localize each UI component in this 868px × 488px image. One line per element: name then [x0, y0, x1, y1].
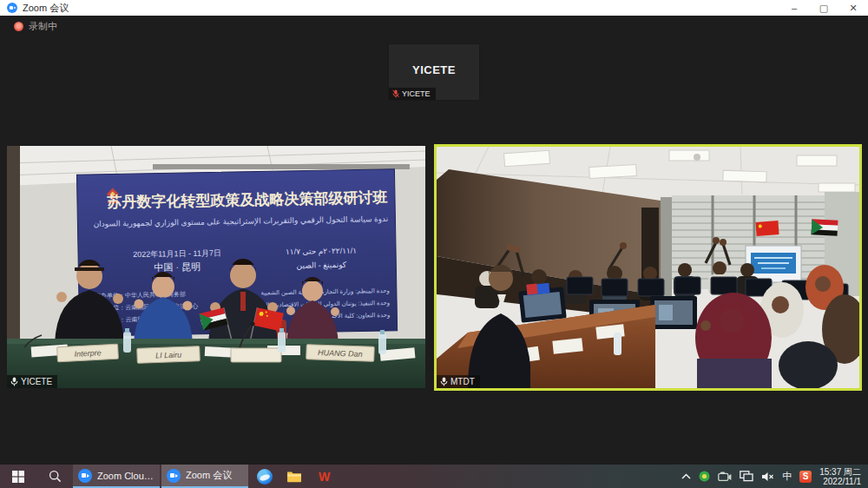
video-tile-yicete[interactable]: 苏丹数字化转型政策及战略决策部级研讨班 ندوة سياسة التحول ال…: [7, 146, 425, 388]
wps-icon: W: [317, 470, 332, 483]
windows-logo-icon: [12, 471, 24, 483]
folder-icon: [286, 470, 302, 483]
tray-antivirus-icon[interactable]: [699, 471, 710, 482]
minimize-button[interactable]: –: [779, 0, 809, 16]
zoom-app-icon: [78, 469, 92, 483]
nameplate: LI Lairu: [155, 350, 181, 359]
tray-volume-muted-icon[interactable]: [761, 472, 774, 482]
left-video-name-tag: YICETE: [7, 375, 57, 388]
taskbar-search-button[interactable]: [36, 465, 73, 488]
mic-icon: [10, 377, 18, 386]
recording-indicator: 录制中: [14, 20, 57, 33]
taskbar-browser-button[interactable]: [250, 465, 279, 488]
zoom-app-icon: [167, 469, 181, 483]
taskbar-explorer-button[interactable]: [279, 465, 309, 488]
system-tray: 中 S 15:37 周二 2022/11/1: [681, 465, 868, 488]
svg-text:中国 · 昆明: 中国 · 昆明: [154, 261, 201, 273]
close-button[interactable]: ✕: [838, 0, 868, 16]
tray-clock[interactable]: 15:37 周二 2022/11/1: [819, 467, 861, 486]
tray-display-icon[interactable]: [740, 471, 753, 482]
tray-date: 2022/11/1: [819, 477, 861, 486]
muted-mic-icon: [392, 89, 399, 98]
svg-text:2022年11月1日 - 11月7日: 2022年11月1日 - 11月7日: [133, 248, 221, 259]
tray-sogou-icon[interactable]: S: [799, 471, 812, 483]
taskbar-wps-button[interactable]: W: [309, 465, 339, 488]
meeting-stage: 录制中 YICETE YICETE: [0, 16, 868, 465]
svg-text:٢٠٢٢/١١/١م حتى ١١/٧: ٢٠٢٢/١١/١م حتى ١١/٧: [286, 247, 357, 256]
thumbnail-name-tag: YICETE: [389, 88, 436, 100]
mic-icon: [440, 377, 448, 386]
zoom-meeting-window: Zoom 会议 – ▢ ✕ 录制中 YICETE YICETE: [0, 0, 868, 488]
flag-sudan-wall: [812, 219, 838, 236]
recording-dot-icon: [14, 22, 23, 31]
windows-taskbar: Zoom Cloud Mee... Zoom 会议 W: [0, 465, 868, 488]
flag-china-wall: [755, 221, 779, 236]
taskbar-app-zoom-cloud[interactable]: Zoom Cloud Mee...: [73, 465, 160, 488]
right-video-name-tag: MTDT: [437, 375, 480, 388]
maximize-button[interactable]: ▢: [809, 0, 838, 16]
participant-thumbnail[interactable]: YICETE YICETE: [388, 43, 480, 101]
tray-camera-icon[interactable]: [718, 472, 732, 482]
start-button[interactable]: [0, 465, 36, 488]
thumbnail-display-name: YICETE: [389, 63, 479, 76]
svg-text:كونمينغ - الصين: كونمينغ - الصين: [296, 260, 346, 270]
video-tile-mtdt[interactable]: MTDT: [434, 144, 862, 391]
browser-icon: [257, 469, 273, 485]
tray-chevron-up-icon[interactable]: [681, 473, 691, 479]
tray-time: 15:37 周二: [819, 467, 861, 477]
recording-label: 录制中: [29, 20, 57, 33]
tray-input-method-indicator[interactable]: 中: [782, 470, 792, 483]
zoom-logo-icon: [7, 3, 17, 13]
search-icon: [49, 470, 62, 483]
taskbar-app-zoom-meeting[interactable]: Zoom 会议: [161, 465, 248, 488]
svg-text:W: W: [318, 470, 330, 483]
nameplate: Interpre: [74, 348, 102, 359]
window-title: Zoom 会议: [23, 2, 69, 15]
nameplate: HUANG Dan: [318, 348, 363, 359]
computer-lab-scene: [437, 147, 859, 388]
conference-room-scene: 苏丹数字化转型政策及战略决策部级研讨班 ندوة سياسة التحول ال…: [7, 146, 425, 388]
window-titlebar: Zoom 会议 – ▢ ✕: [0, 0, 868, 16]
